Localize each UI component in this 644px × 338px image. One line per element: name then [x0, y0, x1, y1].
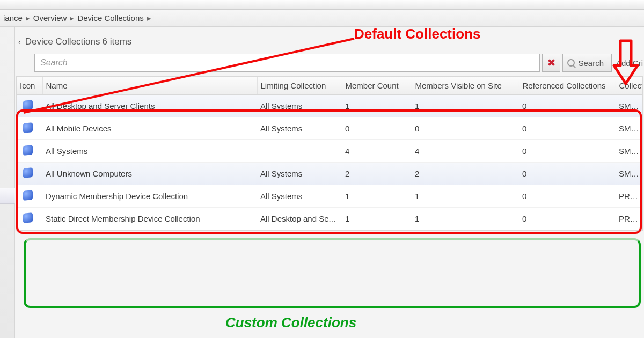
cell-members-visible: 1 — [412, 95, 519, 117]
cell-icon — [17, 95, 42, 117]
table-row[interactable]: All Systems440SMS00001 — [17, 140, 642, 163]
nav-tab-stub[interactable] — [0, 188, 15, 204]
cell-member-count: 4 — [342, 140, 412, 163]
col-referenced[interactable]: Referenced Collections — [519, 77, 616, 95]
cell-collection-id: SMS000US — [616, 163, 642, 185]
breadcrumb: iance ▸ Overview ▸ Device Collections ▸ — [0, 10, 644, 27]
cell-name: Dynamic Membership Device Collection — [42, 185, 257, 208]
clear-search-button[interactable]: ✖ — [542, 54, 560, 72]
breadcrumb-item[interactable]: Device Collections — [75, 13, 145, 23]
collection-icon — [23, 190, 33, 201]
col-icon[interactable]: Icon — [17, 77, 42, 95]
search-bar: ✖ Search Add Crit — [15, 54, 644, 76]
collections-table: Icon Name Limiting Collection Member Cou… — [16, 76, 643, 231]
cell-referenced: 0 — [519, 208, 616, 230]
cell-icon — [17, 117, 42, 140]
cell-referenced: 0 — [519, 185, 616, 208]
cell-members-visible: 1 — [412, 208, 519, 230]
cell-members-visible: 1 — [412, 185, 519, 208]
col-member-count[interactable]: Member Count — [342, 77, 412, 95]
cell-limiting: All Systems — [257, 185, 342, 208]
cell-collection-id: PR300017 — [616, 208, 642, 230]
cell-member-count: 1 — [342, 185, 412, 208]
cell-members-visible: 2 — [412, 163, 519, 185]
collection-icon — [23, 167, 33, 178]
collapse-caret-icon[interactable]: ‹ — [18, 38, 21, 46]
breadcrumb-item[interactable]: Overview — [31, 13, 69, 23]
cell-collection-id: PR300018 — [616, 185, 642, 208]
table-row[interactable]: Static Direct Membership Device Collecti… — [17, 208, 642, 230]
cell-icon — [17, 185, 42, 208]
close-icon: ✖ — [547, 57, 555, 69]
chevron-right-icon: ▸ — [69, 13, 75, 23]
cell-limiting: All Desktop and Se... — [257, 208, 342, 230]
search-button[interactable]: Search — [562, 54, 612, 72]
list-title: Device Collections — [25, 36, 100, 47]
add-criteria-label: Add Crit — [616, 58, 643, 68]
collection-icon — [23, 212, 33, 223]
cell-collection-id: SMSDM003 — [616, 95, 642, 117]
cell-limiting: All Systems — [257, 95, 342, 117]
cell-referenced: 0 — [519, 117, 616, 140]
cell-name: All Systems — [42, 140, 257, 163]
table-row[interactable]: Dynamic Membership Device CollectionAll … — [17, 185, 642, 208]
cell-referenced: 0 — [519, 163, 616, 185]
col-name[interactable]: Name — [42, 77, 257, 95]
cell-name: All Unknown Computers — [42, 163, 257, 185]
cell-member-count: 1 — [342, 208, 412, 230]
collection-icon — [23, 145, 33, 156]
cell-referenced: 0 — [519, 95, 616, 117]
breadcrumb-item[interactable]: iance — [1, 13, 25, 23]
cell-icon — [17, 208, 42, 230]
table-row[interactable]: All Desktop and Server ClientsAll System… — [17, 95, 642, 117]
main-panel: ‹ Device Collections 6 items ✖ Search Ad… — [15, 27, 644, 338]
add-criteria-button[interactable]: Add Crit — [614, 54, 643, 72]
cell-referenced: 0 — [519, 140, 616, 163]
nav-gutter — [0, 27, 15, 338]
cell-limiting — [257, 140, 342, 163]
table-header-row: Icon Name Limiting Collection Member Cou… — [17, 77, 642, 95]
list-header: ‹ Device Collections 6 items — [15, 27, 644, 54]
search-icon — [567, 59, 575, 67]
cell-member-count: 0 — [342, 117, 412, 140]
cell-icon — [17, 163, 42, 185]
col-collection-id[interactable]: Collection ID — [616, 77, 642, 95]
cell-limiting: All Systems — [257, 163, 342, 185]
cell-icon — [17, 140, 42, 163]
cell-members-visible: 0 — [412, 117, 519, 140]
cell-collection-id: SMSDM001 — [616, 117, 642, 140]
cell-limiting: All Systems — [257, 117, 342, 140]
cell-members-visible: 4 — [412, 140, 519, 163]
search-input[interactable] — [34, 54, 540, 72]
col-limiting[interactable]: Limiting Collection — [257, 77, 342, 95]
cell-collection-id: SMS00001 — [616, 140, 642, 163]
window-titlebar — [0, 0, 644, 10]
cell-name: Static Direct Membership Device Collecti… — [42, 208, 257, 230]
table-row[interactable]: All Mobile DevicesAll Systems000SMSDM001 — [17, 117, 642, 140]
chevron-right-icon: ▸ — [25, 13, 31, 23]
search-button-label: Search — [578, 58, 604, 68]
col-members-visible[interactable]: Members Visible on Site — [412, 77, 519, 95]
chevron-right-icon: ▸ — [146, 13, 152, 23]
cell-name: All Desktop and Server Clients — [42, 95, 257, 117]
cell-member-count: 2 — [342, 163, 412, 185]
table-row[interactable]: All Unknown ComputersAll Systems220SMS00… — [17, 163, 642, 185]
cell-member-count: 1 — [342, 95, 412, 117]
list-count: 6 items — [103, 36, 132, 47]
cell-name: All Mobile Devices — [42, 117, 257, 140]
collection-icon — [23, 122, 33, 133]
collection-icon — [23, 100, 33, 111]
